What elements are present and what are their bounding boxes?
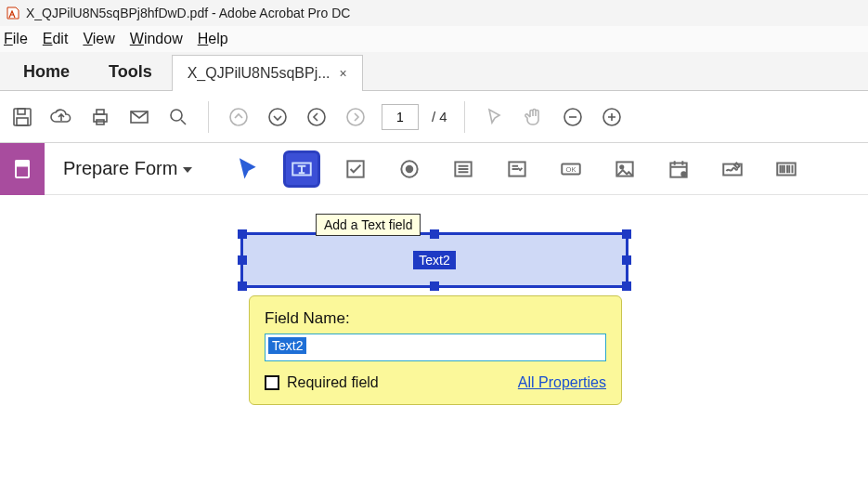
text-field-tool[interactable] bbox=[283, 150, 320, 188]
prepare-form-toolbar: Prepare Form OK bbox=[0, 143, 868, 195]
toolbar-separator bbox=[464, 101, 465, 133]
resize-handle[interactable] bbox=[430, 281, 439, 291]
field-properties-popover: Field Name: Text2 Required field All Pro… bbox=[249, 295, 622, 405]
document-tab-label: X_QJPilU8N5sqBPj... bbox=[188, 65, 330, 82]
resize-handle[interactable] bbox=[430, 229, 439, 239]
svg-rect-4 bbox=[97, 110, 104, 114]
svg-point-27 bbox=[682, 172, 686, 176]
title-filename: X_QJPilU8N5sqBPj8hfDwD.pdf bbox=[26, 6, 208, 20]
tab-tools[interactable]: Tools bbox=[89, 52, 172, 91]
signature-field-tool[interactable] bbox=[714, 150, 751, 188]
svg-point-11 bbox=[347, 109, 364, 125]
hand-tool-icon[interactable] bbox=[521, 104, 547, 130]
save-icon[interactable] bbox=[9, 104, 35, 130]
cloud-upload-icon[interactable] bbox=[48, 104, 74, 130]
date-field-tool[interactable] bbox=[660, 150, 697, 188]
page-up-icon[interactable] bbox=[226, 104, 252, 130]
page-down-icon[interactable] bbox=[265, 104, 291, 130]
prepare-form-dropdown[interactable]: Prepare Form bbox=[45, 158, 201, 179]
checkbox-icon bbox=[265, 375, 279, 390]
select-field-tool[interactable] bbox=[229, 150, 266, 188]
resize-handle[interactable] bbox=[238, 229, 247, 239]
list-box-tool[interactable] bbox=[445, 150, 482, 188]
svg-rect-15 bbox=[16, 161, 29, 166]
menu-help[interactable]: Help bbox=[198, 31, 228, 47]
svg-rect-1 bbox=[18, 109, 25, 114]
chevron-down-icon bbox=[183, 167, 192, 173]
barcode-tool[interactable] bbox=[768, 150, 805, 188]
select-tool-icon[interactable] bbox=[482, 104, 508, 130]
close-tab-icon[interactable]: × bbox=[340, 66, 347, 81]
required-checkbox[interactable]: Required field bbox=[265, 374, 379, 391]
svg-point-9 bbox=[269, 109, 286, 125]
window-title: X_QJPilU8N5sqBPj8hfDwD.pdf - Adobe Acrob… bbox=[26, 6, 350, 20]
tooltip: Add a Text field bbox=[316, 214, 421, 236]
form-tools: OK bbox=[229, 150, 805, 188]
page-number-input[interactable] bbox=[382, 104, 419, 130]
image-field-tool[interactable] bbox=[606, 150, 643, 188]
zoom-out-icon[interactable] bbox=[560, 104, 586, 130]
all-properties-link[interactable]: All Properties bbox=[518, 374, 606, 391]
menu-file[interactable]: File bbox=[4, 31, 28, 47]
resize-handle[interactable] bbox=[622, 229, 631, 239]
title-appname: Adobe Acrobat Pro DC bbox=[219, 6, 351, 20]
svg-point-7 bbox=[171, 110, 182, 121]
document-canvas[interactable]: Add a Text field Text2 Field Name: Text2… bbox=[0, 195, 868, 497]
button-tool[interactable]: OK bbox=[552, 150, 589, 188]
page-prev-icon[interactable] bbox=[304, 104, 330, 130]
radio-button-tool[interactable] bbox=[391, 150, 428, 188]
prepare-form-label: Prepare Form bbox=[63, 158, 177, 179]
dropdown-tool[interactable] bbox=[499, 150, 536, 188]
resize-handle[interactable] bbox=[622, 281, 631, 291]
title-sep: - bbox=[208, 6, 219, 20]
mail-icon[interactable] bbox=[126, 104, 152, 130]
resize-handle[interactable] bbox=[622, 255, 631, 265]
svg-point-10 bbox=[308, 109, 325, 125]
document-tab[interactable]: X_QJPilU8N5sqBPj... × bbox=[172, 55, 363, 91]
resize-handle[interactable] bbox=[238, 281, 247, 291]
menu-edit[interactable]: Edit bbox=[43, 31, 69, 47]
page-total: / 4 bbox=[432, 109, 447, 124]
required-label: Required field bbox=[287, 374, 379, 391]
window-titlebar: X_QJPilU8N5sqBPj8hfDwD.pdf - Adobe Acrob… bbox=[0, 0, 868, 26]
resize-handle[interactable] bbox=[238, 255, 247, 265]
print-icon[interactable] bbox=[87, 104, 113, 130]
menubar: File Edit View Window Help bbox=[0, 26, 868, 52]
tab-home[interactable]: Home bbox=[4, 52, 89, 91]
tab-row: Home Tools X_QJPilU8N5sqBPj... × bbox=[0, 52, 868, 91]
search-icon[interactable] bbox=[165, 104, 191, 130]
svg-point-19 bbox=[407, 165, 413, 172]
toolbar-separator bbox=[208, 101, 209, 133]
page-next-icon[interactable] bbox=[343, 104, 369, 130]
main-toolbar: / 4 bbox=[0, 91, 868, 143]
field-name-label: Field Name: bbox=[265, 309, 606, 328]
text-field-selection[interactable]: Text2 bbox=[240, 232, 628, 288]
field-name-input[interactable] bbox=[265, 334, 606, 361]
svg-point-25 bbox=[621, 165, 624, 168]
app-icon bbox=[6, 6, 20, 20]
checkbox-tool[interactable] bbox=[337, 150, 374, 188]
menu-view[interactable]: View bbox=[83, 31, 114, 47]
menu-window[interactable]: Window bbox=[130, 31, 183, 47]
field-name-badge: Text2 bbox=[413, 251, 455, 269]
svg-rect-3 bbox=[94, 114, 107, 122]
svg-point-8 bbox=[230, 109, 247, 125]
zoom-in-icon[interactable] bbox=[599, 104, 625, 130]
svg-text:OK: OK bbox=[566, 165, 577, 174]
svg-rect-2 bbox=[17, 118, 28, 125]
prepare-form-side-icon[interactable] bbox=[0, 143, 45, 195]
